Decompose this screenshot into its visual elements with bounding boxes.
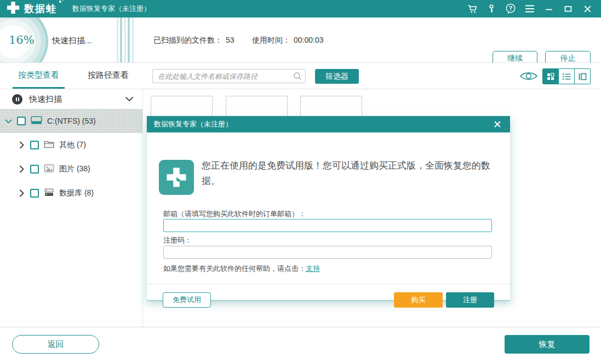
recover-button[interactable]: 恢复: [505, 335, 589, 354]
files-scanned-label: 已扫描到的文件数：: [153, 36, 222, 44]
chevron-down-icon[interactable]: [4, 119, 12, 124]
app-name: 数据蛙: [24, 2, 57, 15]
pane-view-icon[interactable]: [575, 69, 590, 84]
search-input[interactable]: [152, 69, 306, 83]
register-button[interactable]: 注册: [446, 292, 494, 308]
maximize-button[interactable]: [561, 2, 575, 16]
time-used-label: 使用时间：: [252, 36, 290, 44]
window-subtitle: 数据恢复专家（未注册）: [72, 4, 151, 14]
app-window: 数据蛙 数据恢复专家（未注册） ?: [0, 0, 601, 364]
tree-item-label: 图片 (38): [59, 164, 90, 174]
progress-percent: 16%: [9, 33, 35, 47]
svg-text:?: ?: [509, 5, 512, 11]
help-text: 如果您需要有关此软件的任何帮助，请点击：: [163, 264, 306, 273]
title-bar: 数据蛙 数据恢复专家（未注册） ?: [0, 0, 601, 18]
sidebar: 快速扫描 C:(NTFS) (53) 其他 (7): [0, 89, 143, 327]
tree-row-other[interactable]: 其他 (7): [0, 133, 142, 157]
chevron-right-icon[interactable]: [18, 165, 25, 173]
tree-item-label: C:(NTFS) (53): [47, 117, 96, 125]
tree-row-database[interactable]: 数据库 (8): [0, 181, 142, 205]
pause-icon[interactable]: [12, 94, 22, 105]
scan-section-label: 快速扫描: [29, 94, 62, 105]
dialog-close-icon[interactable]: [492, 119, 503, 130]
checkbox[interactable]: [30, 165, 39, 174]
reg-code-label: 注册码：: [163, 235, 192, 245]
close-button[interactable]: [580, 2, 594, 16]
folder-icon: [44, 140, 54, 150]
chevron-down-icon[interactable]: [125, 94, 134, 104]
stop-button[interactable]: 停止: [545, 51, 591, 63]
back-button[interactable]: 返回: [12, 335, 99, 354]
tree-row-drive-c[interactable]: C:(NTFS) (53): [0, 109, 142, 133]
app-logo: 数据蛙: [7, 1, 57, 16]
help-icon[interactable]: ?: [503, 2, 518, 16]
tab-by-path[interactable]: 按路径查看: [82, 63, 134, 89]
grid-view-icon[interactable]: [543, 69, 559, 84]
buy-button[interactable]: 购买: [394, 292, 443, 308]
list-view-icon[interactable]: [559, 69, 575, 84]
cross-logo-icon: [7, 1, 20, 16]
dialog-title-bar: 数据恢复专家（未注册）: [147, 116, 510, 132]
reg-code-field[interactable]: [163, 246, 492, 259]
toolbar: 按类型查看 按路径查看 筛选器: [0, 63, 601, 89]
minimize-button[interactable]: [542, 2, 556, 16]
continue-button[interactable]: 继续: [493, 51, 537, 63]
filter-button[interactable]: 筛选器: [315, 69, 359, 84]
dialog-title: 数据恢复专家（未注册）: [154, 119, 232, 129]
tab-by-type[interactable]: 按类型查看: [13, 63, 65, 89]
scan-header: 16% 快速扫描... 已扫描到的文件数：53 使用时间：00:00:03 继续…: [0, 18, 601, 63]
preview-eye-icon[interactable]: [519, 70, 538, 84]
support-link[interactable]: 支持: [306, 264, 320, 273]
chevron-right-icon[interactable]: [18, 141, 25, 149]
checkbox[interactable]: [30, 189, 39, 198]
image-icon: [44, 164, 54, 174]
view-tabs: 按类型查看 按路径查看: [0, 63, 134, 89]
checkbox[interactable]: [17, 117, 26, 125]
tree-item-label: 数据库 (8): [59, 188, 94, 198]
email-field[interactable]: [163, 219, 492, 232]
menu-icon[interactable]: [523, 2, 537, 16]
footer-bar: 返回 恢复: [0, 327, 601, 364]
trial-message: 您正在使用的是免费试用版！您可以通过购买正式版，全面恢复您的数据。: [202, 158, 496, 188]
drive-icon: [31, 115, 42, 126]
cart-icon[interactable]: [465, 2, 479, 16]
files-scanned-count: 53: [226, 36, 234, 44]
free-trial-button[interactable]: 免费试用: [163, 292, 211, 308]
dialog-divider: [147, 284, 510, 284]
search-icon: [293, 72, 302, 83]
chevron-right-icon[interactable]: [18, 189, 25, 197]
time-used-value: 00:00:03: [294, 36, 324, 44]
checkbox[interactable]: [30, 141, 39, 149]
scan-section-header[interactable]: 快速扫描: [0, 89, 142, 109]
app-logo-badge: [159, 160, 194, 195]
email-label: 邮箱（请填写您购买此软件时的订单邮箱）：: [163, 209, 306, 219]
decorative-stripes: [117, 18, 134, 62]
database-icon: [44, 188, 54, 198]
view-mode-switcher: [542, 68, 591, 84]
tree-item-label: 其他 (7): [59, 140, 86, 150]
tree-row-images[interactable]: 图片 (38): [0, 157, 142, 181]
registration-dialog: 数据恢复专家（未注册） 您正在使用的是免费试用版！您可以通过购买正式版，全面恢复…: [147, 116, 510, 300]
scan-status-text: 快速扫描...: [52, 36, 92, 46]
key-icon[interactable]: [484, 2, 499, 16]
